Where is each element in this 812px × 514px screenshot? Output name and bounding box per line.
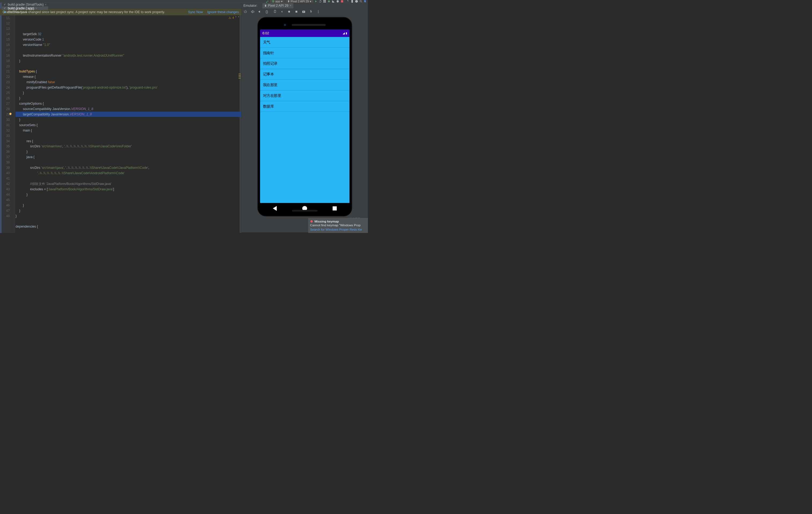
- editor-tab[interactable]: JStdDraw.java×: [2, 10, 48, 14]
- code-line[interactable]: sourceCompatibility JavaVersion.VERSION_…: [16, 106, 242, 112]
- emulator-stage: 6:02 ◢ ▮ 天气指南针拍照记录记事本我在那里对方在那里数据库: [242, 15, 368, 233]
- editor-tab[interactable]: build.gradle (:app)×: [2, 6, 48, 10]
- home-icon[interactable]: [287, 10, 291, 14]
- problems-badge[interactable]: ⚠ 4 ˄ ˅: [229, 16, 239, 20]
- code-line[interactable]: [16, 48, 242, 53]
- code-line[interactable]: [16, 218, 242, 224]
- code-line[interactable]: }: [16, 202, 242, 208]
- chevron-up-icon[interactable]: ˄: [235, 16, 236, 20]
- tab-label: build.gradle (:app): [8, 6, 34, 10]
- code-line[interactable]: excludes = ['JavaPlatform/Book/Algorithm…: [16, 187, 242, 192]
- intention-bulb-icon[interactable]: [9, 112, 12, 116]
- emulator-tab-bar: Emulator: Pixel 2 API 29 ×: [242, 3, 368, 9]
- code-line[interactable]: [16, 160, 242, 165]
- notification-link[interactable]: Search for Windows Proper Redo Ke: [310, 227, 366, 232]
- code-area[interactable]: targetSdk 32 versionCode 1 versionName "…: [15, 15, 241, 233]
- app-list[interactable]: 天气指南针拍照记录记事本我在那里对方在那里数据库: [260, 37, 349, 203]
- notification-popup[interactable]: Missing keymap Cannot find keymap "Windo…: [309, 218, 368, 233]
- code-line[interactable]: }: [16, 58, 242, 63]
- code-line[interactable]: [16, 133, 242, 138]
- svg-point-13: [303, 11, 304, 12]
- svg-point-2: [337, 0, 339, 2]
- code-line[interactable]: }: [16, 90, 242, 96]
- code-line[interactable]: [16, 229, 242, 233]
- rotate-right-icon[interactable]: [273, 10, 277, 14]
- code-line[interactable]: [16, 63, 242, 69]
- close-icon[interactable]: ×: [45, 3, 47, 6]
- screen-record-icon[interactable]: [309, 10, 313, 14]
- code-line[interactable]: }: [16, 149, 242, 154]
- code-line[interactable]: targetCompatibility JavaVersion.VERSION_…: [16, 112, 242, 117]
- emulator-tab-label: Pixel 2 API 29: [268, 4, 288, 7]
- code-line[interactable]: compileOptions {: [16, 101, 242, 106]
- android-status-bar: 6:02 ◢ ▮: [260, 30, 349, 37]
- code-line[interactable]: main {: [16, 128, 242, 133]
- volume-down-icon[interactable]: [258, 10, 262, 14]
- list-item[interactable]: 数据库: [260, 101, 349, 112]
- code-line[interactable]: java {: [16, 154, 242, 160]
- code-line[interactable]: }: [16, 213, 242, 219]
- code-line[interactable]: sourceSets {: [16, 123, 242, 128]
- code-line[interactable]: minifyEnabled false: [16, 79, 242, 85]
- gradle-icon: [3, 3, 7, 6]
- editor[interactable]: 1112131415161718192021222324252627282930…: [2, 15, 241, 233]
- emulator-tab[interactable]: Pixel 2 API 29 ×: [262, 3, 293, 8]
- volume-up-icon[interactable]: [251, 10, 255, 14]
- nav-back-icon[interactable]: [273, 206, 277, 211]
- svg-point-17: [310, 220, 313, 222]
- rotate-left-icon[interactable]: [265, 10, 269, 14]
- more-icon[interactable]: [316, 10, 320, 14]
- code-line[interactable]: release {: [16, 74, 242, 79]
- code-line[interactable]: }: [16, 208, 242, 213]
- power-icon[interactable]: [243, 10, 247, 14]
- svg-point-15: [318, 11, 319, 12]
- sync-now-link[interactable]: Sync Now: [188, 10, 203, 14]
- code-line[interactable]: targetSdk 32: [16, 31, 242, 37]
- close-icon[interactable]: ×: [35, 7, 37, 10]
- code-line[interactable]: srcDirs 'src\\main\\java', '..\\..\\..\\…: [16, 165, 242, 170]
- java-icon: J: [3, 10, 7, 14]
- list-item[interactable]: 记事本: [260, 69, 349, 80]
- nav-overview-icon[interactable]: [332, 207, 337, 211]
- code-line[interactable]: res {: [16, 138, 242, 144]
- svg-point-14: [318, 10, 319, 11]
- phone-screen[interactable]: 6:02 ◢ ▮ 天气指南针拍照记录记事本我在那里对方在那里数据库: [260, 30, 349, 203]
- code-line[interactable]: versionCode 1: [16, 37, 242, 42]
- close-icon[interactable]: ×: [290, 4, 291, 7]
- code-line[interactable]: buildTypes {: [16, 69, 242, 74]
- list-item[interactable]: 指南针: [260, 48, 349, 58]
- code-line[interactable]: //排除文件 'JavaPlatform/Book/Algorithms/Std…: [16, 181, 242, 187]
- code-line[interactable]: dependencies {: [16, 224, 242, 229]
- code-line[interactable]: }: [16, 96, 242, 101]
- code-line[interactable]: proguardFiles getDefaultProguardFile('pr…: [16, 85, 242, 90]
- chevron-down-icon[interactable]: ˅: [238, 16, 239, 20]
- code-line[interactable]: '..\\..\\..\\..\\..\\..\\..\\Share\\Java…: [16, 170, 242, 176]
- code-line[interactable]: srcDirs 'src\\main\\res', '..\\..\\..\\.…: [16, 143, 242, 149]
- code-line[interactable]: versionName "1.0": [16, 42, 242, 48]
- svg-rect-7: [265, 5, 266, 7]
- screenshot-icon[interactable]: [302, 10, 306, 14]
- line-number-gutter: 1112131415161718192021222324252627282930…: [2, 15, 12, 233]
- ignore-changes-link[interactable]: Ignore these changes: [207, 10, 239, 14]
- overview-icon[interactable]: [295, 10, 298, 14]
- editor-tab[interactable]: build.gradle (SmallTools)×: [2, 3, 48, 6]
- android-nav-bar: [260, 203, 349, 214]
- code-line[interactable]: }: [16, 117, 242, 123]
- list-item[interactable]: 我在那里: [260, 80, 349, 90]
- code-line[interactable]: [16, 176, 242, 181]
- notification-title: Missing keymap: [315, 220, 339, 223]
- list-item[interactable]: 拍照记录: [260, 58, 349, 69]
- phone-frame: 6:02 ◢ ▮ 天气指南针拍照记录记事本我在那里对方在那里数据库: [257, 17, 352, 216]
- close-icon[interactable]: ×: [28, 10, 30, 14]
- list-item[interactable]: 天气: [260, 37, 349, 48]
- svg-rect-8: [266, 11, 268, 13]
- tab-bar: build.gradle (SmallTools)×build.gradle (…: [0, 3, 242, 9]
- code-line[interactable]: }: [16, 192, 242, 197]
- svg-point-4: [360, 0, 361, 2]
- code-line[interactable]: [16, 197, 242, 202]
- code-line[interactable]: testInstrumentationRunner "androidx.test…: [16, 53, 242, 58]
- list-item[interactable]: 对方在那里: [260, 90, 349, 101]
- error-stripe[interactable]: [239, 74, 241, 79]
- back-icon[interactable]: [280, 10, 284, 14]
- fold-gutter[interactable]: [12, 15, 15, 233]
